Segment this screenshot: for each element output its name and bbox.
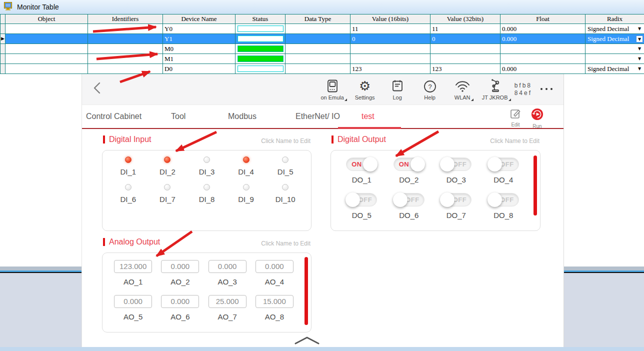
- dropdown-arrow-icon[interactable]: ▼: [636, 46, 643, 52]
- ao-value-field[interactable]: 0.000: [256, 260, 294, 273]
- cell-device-name[interactable]: D0: [163, 64, 236, 74]
- cell-radix[interactable]: ▼: [586, 44, 644, 54]
- table-row[interactable]: D0 123 123 0.000 Signed Decimal▼: [0, 64, 644, 74]
- window-titlebar[interactable]: Monitor Table: [0, 0, 644, 14]
- do-toggle[interactable]: OFF: [488, 193, 519, 206]
- cell-float[interactable]: 0.000: [500, 34, 586, 44]
- row-selector[interactable]: ▶: [0, 34, 6, 44]
- cell-data-type[interactable]: [286, 44, 350, 54]
- do-name[interactable]: DO_2: [399, 176, 418, 184]
- di-name[interactable]: DI_10: [276, 195, 296, 204]
- di-name[interactable]: DI_1: [120, 168, 136, 176]
- cell-identifiers[interactable]: [88, 24, 163, 34]
- ao-value-field[interactable]: 0.000: [161, 260, 199, 273]
- row-selector[interactable]: [0, 24, 6, 34]
- ao-scrollbar[interactable]: [304, 257, 308, 325]
- do-toggle[interactable]: ON: [346, 158, 377, 171]
- cell-value16[interactable]: 0: [350, 34, 430, 44]
- ao-name[interactable]: AO_2: [170, 278, 190, 286]
- cell-object[interactable]: [6, 64, 88, 74]
- table-row[interactable]: Y0 11 11 0.000 Signed Decimal▼: [0, 24, 644, 34]
- cell-data-type[interactable]: [286, 64, 350, 74]
- do-toggle[interactable]: OFF: [346, 193, 377, 206]
- ao-name[interactable]: AO_5: [124, 312, 142, 321]
- row-selector[interactable]: [0, 64, 6, 74]
- cell-object[interactable]: [6, 34, 88, 44]
- tab-control-cabinet[interactable]: Control Cabinet: [86, 112, 142, 121]
- do-name[interactable]: DO_7: [446, 211, 466, 220]
- ao-value-field[interactable]: 25.000: [208, 295, 246, 308]
- ao-value-field[interactable]: 0.000: [161, 295, 199, 308]
- cell-device-name[interactable]: M1: [163, 54, 236, 64]
- cell-identifiers[interactable]: [88, 34, 163, 44]
- cell-device-name[interactable]: Y0: [163, 24, 236, 34]
- cell-value32[interactable]: 0: [430, 34, 500, 44]
- do-scrollbar[interactable]: [534, 156, 537, 216]
- di-name[interactable]: DI_8: [199, 195, 215, 204]
- cell-value32[interactable]: [430, 54, 500, 64]
- toolbar-item-settings[interactable]: ⚙ Settings: [352, 78, 378, 100]
- ao-value-field[interactable]: 0.000: [208, 260, 246, 273]
- do-name[interactable]: DO_6: [399, 211, 418, 220]
- do-name[interactable]: DO_1: [352, 176, 372, 184]
- di-name[interactable]: DI_2: [160, 168, 176, 176]
- more-icon[interactable]: [538, 88, 554, 90]
- do-toggle[interactable]: OFF: [440, 158, 472, 171]
- cell-value16[interactable]: [350, 54, 430, 64]
- cell-value16[interactable]: 123: [350, 64, 430, 74]
- toolbar-item-log[interactable]: Log: [384, 78, 410, 100]
- di-name[interactable]: DI_6: [120, 195, 136, 204]
- cell-data-type[interactable]: [286, 24, 350, 34]
- do-toggle[interactable]: OFF: [440, 193, 472, 206]
- do-name[interactable]: DO_4: [494, 176, 513, 184]
- dropdown-arrow-icon[interactable]: ▼: [636, 26, 643, 32]
- ao-name[interactable]: AO_3: [218, 278, 236, 286]
- ao-name[interactable]: AO_7: [218, 312, 236, 321]
- cell-device-name[interactable]: Y1: [163, 34, 236, 44]
- tab-test[interactable]: test: [362, 112, 374, 121]
- cell-value32[interactable]: [430, 44, 500, 54]
- di-name[interactable]: DI_5: [278, 168, 294, 176]
- do-toggle[interactable]: OFF: [394, 193, 424, 206]
- dropdown-arrow-icon[interactable]: ▼: [636, 66, 643, 72]
- cell-float[interactable]: 0.000: [500, 64, 586, 74]
- table-row[interactable]: ▶ Y1 0 0 0.000 Signed Decimal▼: [0, 34, 644, 44]
- tab-tool[interactable]: Tool: [171, 112, 186, 121]
- tab-ethernet-io[interactable]: EtherNet/ IO: [296, 112, 340, 121]
- cell-float[interactable]: 0.000: [500, 24, 586, 34]
- cell-value16[interactable]: [350, 44, 430, 54]
- cell-identifiers[interactable]: [88, 54, 163, 64]
- run-button[interactable]: Run: [531, 108, 544, 129]
- cell-object[interactable]: [6, 24, 88, 34]
- edit-button[interactable]: Edit: [510, 108, 521, 129]
- ao-name[interactable]: AO_1: [124, 278, 142, 286]
- do-toggle[interactable]: OFF: [488, 158, 519, 171]
- ao-name[interactable]: AO_6: [170, 312, 190, 321]
- toolbar-item-wlan[interactable]: WLAN: [450, 78, 476, 100]
- do-name[interactable]: DO_8: [494, 211, 513, 220]
- di-name[interactable]: DI_9: [238, 195, 254, 204]
- di-name[interactable]: DI_4: [238, 168, 254, 176]
- do-name[interactable]: DO_3: [446, 176, 466, 184]
- di-name[interactable]: DI_3: [199, 168, 215, 176]
- row-selector[interactable]: [0, 54, 6, 64]
- cell-value32[interactable]: 123: [430, 64, 500, 74]
- cell-device-name[interactable]: M0: [163, 44, 236, 54]
- do-toggle[interactable]: ON: [394, 158, 424, 171]
- cell-object[interactable]: [6, 54, 88, 64]
- cell-data-type[interactable]: [286, 34, 350, 44]
- do-name[interactable]: DO_5: [352, 211, 372, 220]
- ao-name[interactable]: AO_4: [265, 278, 284, 286]
- ao-name[interactable]: AO_8: [265, 312, 284, 321]
- cell-radix[interactable]: ▼: [586, 54, 644, 64]
- cell-radix[interactable]: Signed Decimal▼: [586, 34, 644, 44]
- di-name[interactable]: DI_7: [160, 195, 176, 204]
- cell-float[interactable]: [500, 44, 586, 54]
- table-row[interactable]: M0 ▼: [0, 44, 644, 54]
- row-selector[interactable]: [0, 44, 6, 54]
- cell-identifiers[interactable]: [88, 44, 163, 54]
- toolbar-item-help[interactable]: ? Help: [417, 78, 443, 100]
- tab-modbus[interactable]: Modbus: [228, 112, 256, 121]
- ao-value-field[interactable]: 15.000: [256, 295, 294, 308]
- dropdown-arrow-icon[interactable]: ▼: [636, 36, 643, 42]
